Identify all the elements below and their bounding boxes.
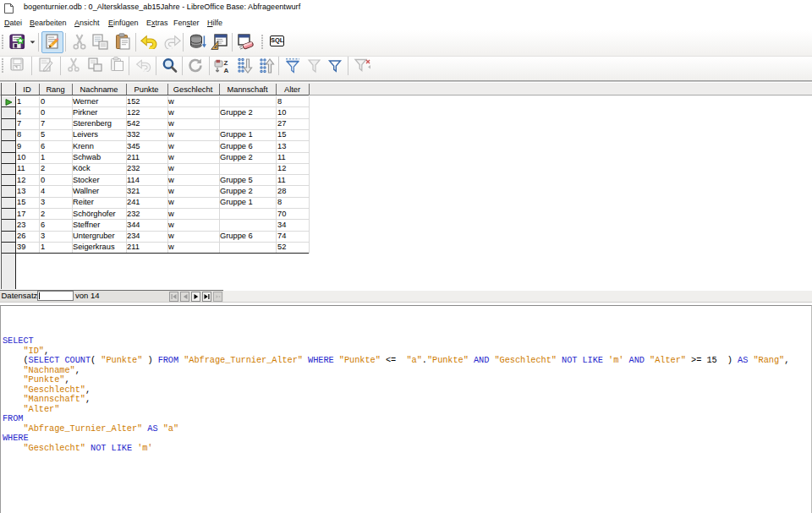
svg-text:A: A [224,67,229,74]
svg-text:Z: Z [224,59,228,67]
